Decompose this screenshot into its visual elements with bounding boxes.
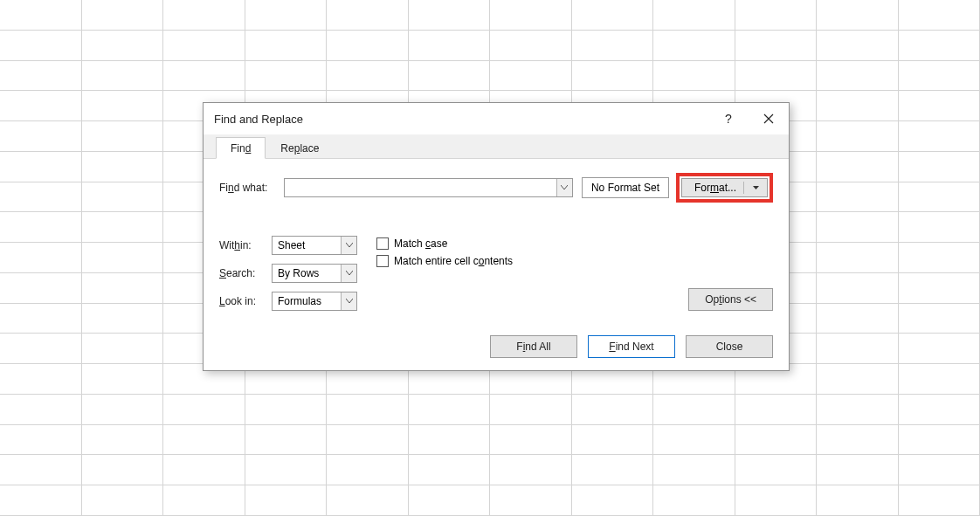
find-next-button[interactable]: Find Next	[588, 335, 675, 358]
tabstrip: Find Replace	[204, 134, 789, 159]
match-entire-checkbox[interactable]: Match entire cell contents	[376, 255, 513, 267]
search-select[interactable]: By Rows	[272, 264, 357, 283]
checkbox-icon[interactable]	[376, 237, 389, 250]
chevron-down-icon[interactable]	[341, 265, 356, 282]
match-case-label: Match case	[394, 237, 447, 250]
checkbox-icon[interactable]	[376, 255, 389, 267]
close-button[interactable]: Close	[686, 335, 773, 358]
tab-find[interactable]: Find	[216, 137, 266, 159]
search-label: Search:	[219, 267, 263, 279]
close-icon[interactable]	[749, 103, 789, 134]
chevron-down-icon[interactable]	[341, 292, 356, 310]
chevron-down-icon[interactable]	[751, 186, 760, 190]
match-entire-label: Match entire cell contents	[394, 255, 513, 267]
chevron-down-icon[interactable]	[556, 179, 572, 196]
titlebar[interactable]: Find and Replace ?	[204, 103, 789, 134]
options-button[interactable]: Options <<	[688, 288, 773, 311]
format-button[interactable]: Format...	[681, 178, 768, 197]
find-all-button[interactable]: Find All	[490, 335, 577, 358]
format-button-highlight: Format...	[676, 173, 773, 203]
find-replace-dialog: Find and Replace ? Find Replace Find wha…	[203, 102, 790, 371]
lookin-label: Look in:	[219, 295, 263, 307]
dialog-title: Find and Replace	[214, 113, 708, 126]
format-preview: No Format Set	[582, 177, 669, 198]
within-select[interactable]: Sheet	[272, 236, 357, 255]
find-what-label: Find what:	[219, 182, 275, 194]
lookin-select[interactable]: Formulas	[272, 292, 357, 311]
find-what-input[interactable]	[284, 178, 573, 197]
match-case-checkbox[interactable]: Match case	[376, 237, 513, 250]
within-label: Within:	[219, 239, 263, 251]
tab-replace[interactable]: Replace	[266, 137, 334, 158]
chevron-down-icon[interactable]	[341, 237, 356, 254]
help-button[interactable]: ?	[708, 103, 749, 134]
